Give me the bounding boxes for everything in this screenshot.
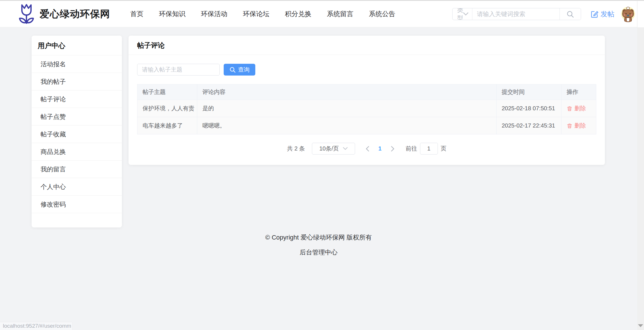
page-size-value: 10条/页 [319,145,339,153]
col-header-time: 提交时间 [497,84,561,100]
goto-page-group: 前往 页 [406,143,446,155]
sidebar-footer-spacer [32,213,122,227]
chevron-down-icon [463,12,468,16]
delete-button[interactable]: 删除 [567,100,586,117]
top-header: 爱心绿动环保网 首页 环保知识 环保活动 环保论坛 积分兑换 系统留言 系统公告… [0,1,644,27]
cell-topic: 电车越来越多了 [137,117,197,134]
logo[interactable]: 爱心绿动环保网 [17,3,110,25]
nav-item-announcements[interactable]: 系统公告 [369,9,395,18]
sidebar-item-goods-exchange[interactable]: 商品兑换 [32,143,122,160]
goto-page-input[interactable] [420,143,438,155]
pagination-total: 共 2 条 [287,145,305,153]
sidebar-item-activity-signup[interactable]: 活动报名 [32,55,122,73]
chevron-down-icon [343,147,348,150]
browser-status-url: localhost:9527/#/user/comm [0,322,72,330]
pagination: 共 2 条 10条/页 1 前往 页 [137,143,596,155]
site-title: 爱心绿动环保网 [40,7,110,21]
cell-comment: 是的 [197,100,497,117]
sidebar-item-post-favorites[interactable]: 帖子收藏 [32,125,122,143]
nav-item-home[interactable]: 首页 [130,9,143,18]
search-type-value: 类型 [457,8,463,20]
nav-item-activity[interactable]: 环保活动 [201,9,227,18]
goto-label: 前往 [406,145,417,153]
nav-item-knowledge[interactable]: 环保知识 [159,9,185,18]
col-header-action: 操作 [561,84,596,100]
header-search-button[interactable] [560,8,581,20]
page-number-1[interactable]: 1 [374,145,386,152]
header-right: 类型 发帖 [452,1,636,27]
user-avatar[interactable] [620,6,636,22]
keyword-search-input[interactable] [472,8,560,20]
comments-table: 帖子主题 评论内容 提交时间 操作 保护环境，人人有责 是的 2025-02-1… [137,84,596,134]
topic-search-input[interactable] [137,64,220,76]
create-post-label: 发帖 [601,9,614,19]
sidebar-title: 用户中心 [32,36,122,55]
window-top-edge [0,0,644,1]
search-icon [229,67,236,73]
table-header-row: 帖子主题 评论内容 提交时间 操作 [137,84,596,100]
page-footer: © Copyright 爱心绿动环保网 版权所有 后台管理中心 [0,233,637,257]
sidebar-item-post-likes[interactable]: 帖子点赞 [32,108,122,125]
header-search-group: 类型 [452,8,581,20]
scrollbar-thumb[interactable] [637,0,644,27]
cell-action: 删除 [561,100,596,117]
sidebar-item-my-messages[interactable]: 我的留言 [32,160,122,178]
copyright-text: © Copyright 爱心绿动环保网 版权所有 [0,233,637,242]
query-row: 查询 [137,64,596,76]
page-unit-label: 页 [441,145,446,153]
delete-button[interactable]: 删除 [567,117,586,134]
query-button[interactable]: 查询 [224,64,255,76]
cell-topic: 保护环境，人人有责 [137,100,197,117]
trash-icon [567,123,572,129]
nav-item-messages[interactable]: 系统留言 [327,9,353,18]
page-title: 帖子评论 [137,41,165,49]
card-body: 查询 帖子主题 评论内容 提交时间 操作 保护环境，人人有责 是的 2025-0… [129,55,605,165]
cell-time: 2025-02-18 07:50:51 [497,100,561,117]
main-nav: 首页 环保知识 环保活动 环保论坛 积分兑换 系统留言 系统公告 [130,9,395,18]
user-center-sidebar: 用户中心 活动报名 我的帖子 帖子评论 帖子点赞 帖子收藏 商品兑换 我的留言 … [32,36,122,227]
scroll-down-arrow-icon[interactable] [638,324,643,327]
cell-time: 2025-02-17 22:45:31 [497,117,561,134]
prev-page-button[interactable] [361,146,374,152]
tulip-logo-icon [17,3,36,25]
sidebar-item-personal-center[interactable]: 个人中心 [32,178,122,195]
page-size-select[interactable]: 10条/页 [312,143,355,155]
table-row: 保护环境，人人有责 是的 2025-02-18 07:50:51 删除 [137,100,596,117]
cell-action: 删除 [561,117,596,134]
delete-label: 删除 [574,100,586,117]
sidebar-item-post-comments[interactable]: 帖子评论 [32,90,122,108]
query-button-label: 查询 [238,66,250,74]
nav-item-points[interactable]: 积分兑换 [285,9,311,18]
delete-label: 删除 [574,117,586,134]
sidebar-item-my-posts[interactable]: 我的帖子 [32,73,122,90]
next-page-button[interactable] [386,146,399,152]
col-header-topic: 帖子主题 [137,84,197,100]
create-post-button[interactable]: 发帖 [591,9,614,19]
nav-item-forum[interactable]: 环保论坛 [243,9,269,18]
sidebar-item-change-password[interactable]: 修改密码 [32,195,122,213]
card-title-row: 帖子评论 [129,36,605,55]
search-type-select[interactable]: 类型 [453,8,472,20]
search-icon [566,10,574,18]
post-comments-card: 帖子评论 查询 帖子主题 评论内容 提交时间 操作 [129,36,605,165]
table-row: 电车越来越多了 嗯嗯嗯。 2025-02-17 22:45:31 删除 [137,117,596,134]
cell-comment: 嗯嗯嗯。 [197,117,497,134]
col-header-comment: 评论内容 [197,84,497,100]
admin-center-link[interactable]: 后台管理中心 [0,248,637,257]
trash-icon [567,106,572,111]
vertical-scrollbar[interactable] [637,0,644,330]
edit-icon [591,10,598,18]
content-area: 用户中心 活动报名 我的帖子 帖子评论 帖子点赞 帖子收藏 商品兑换 我的留言 … [32,36,605,227]
